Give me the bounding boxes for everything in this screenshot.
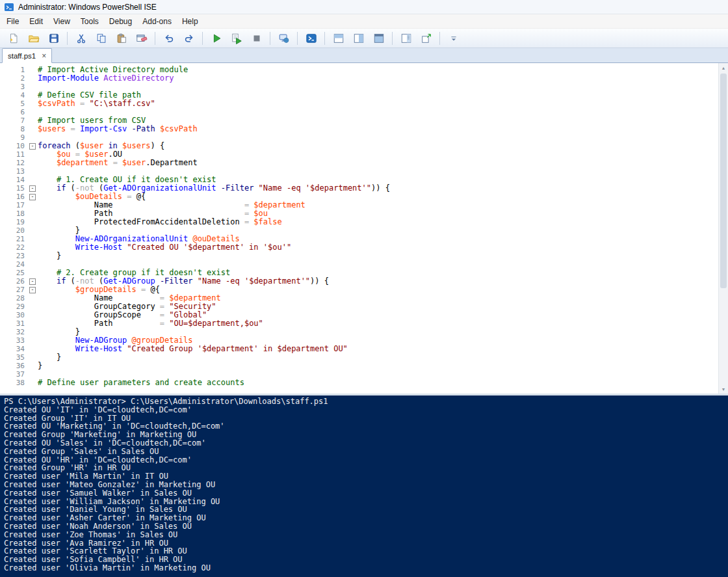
paste-icon xyxy=(116,33,127,44)
paste-button[interactable] xyxy=(112,30,131,47)
line-number: 6 xyxy=(0,108,29,116)
fold-gutter xyxy=(29,209,38,218)
run-selection-button[interactable] xyxy=(227,30,246,47)
code-line[interactable]: 38# Define user parameters and create ac… xyxy=(0,379,728,387)
show-script-pane-right-button[interactable] xyxy=(349,30,368,47)
line-number: 25 xyxy=(0,269,29,277)
toolbar xyxy=(0,29,728,48)
show-command-window-icon xyxy=(421,33,432,44)
code-line[interactable]: 36} xyxy=(0,362,728,370)
code-text: $department = $user.Department xyxy=(38,159,198,167)
new-script-button[interactable] xyxy=(4,30,23,47)
line-number: 18 xyxy=(0,209,29,218)
line-number: 21 xyxy=(0,235,29,243)
show-script-pane-maximized-button[interactable] xyxy=(369,30,388,47)
fold-collapse-icon[interactable]: - xyxy=(29,277,38,286)
code-line[interactable]: 19 ProtectedFromAccidentalDeletion = $fa… xyxy=(0,218,728,226)
menu-tools[interactable]: Tools xyxy=(75,15,104,28)
show-command-window-button[interactable] xyxy=(417,30,436,47)
line-number: 22 xyxy=(0,243,29,252)
fold-gutter xyxy=(29,362,38,370)
fold-gutter xyxy=(29,353,38,362)
menu-add-ons[interactable]: Add-ons xyxy=(137,15,177,28)
console-prompt-line: PS C:\Users\Administrator> C:\Users\Admi… xyxy=(4,397,728,406)
copy-button[interactable] xyxy=(92,30,110,47)
line-number: 36 xyxy=(0,362,29,370)
open-script-button[interactable] xyxy=(24,30,43,47)
fold-gutter xyxy=(29,336,38,345)
line-number: 37 xyxy=(0,370,29,379)
new-remote-powershell-tab-icon xyxy=(278,33,290,44)
line-number: 4 xyxy=(0,91,29,100)
fold-gutter xyxy=(29,167,38,176)
menu-bar: FileEditViewToolsDebugAdd-onsHelp xyxy=(0,14,728,29)
fold-collapse-icon[interactable]: - xyxy=(29,142,38,150)
console-output-line: Created user 'Zoe Thomas' in Sales OU xyxy=(4,531,728,539)
toolbar-separator xyxy=(155,32,155,45)
show-script-pane-top-icon xyxy=(333,33,344,44)
code-text: } xyxy=(38,252,61,260)
menu-file[interactable]: File xyxy=(1,15,24,28)
tab-staff-ps1[interactable]: staff.ps1 × xyxy=(2,48,52,63)
code-line[interactable]: 5$csvPath = "C:\staff.csv" xyxy=(0,100,728,108)
clear-console-pane-button[interactable] xyxy=(132,30,151,47)
show-script-pane-maximized-icon xyxy=(373,33,385,44)
redo-button[interactable] xyxy=(179,30,198,47)
scrollbar-down-arrow-icon[interactable]: ▼ xyxy=(719,384,728,394)
script-editor-pane[interactable]: 1# Import Active Directory module2Import… xyxy=(0,63,728,394)
show-script-pane-top-button[interactable] xyxy=(329,30,348,47)
cut-button[interactable] xyxy=(72,30,90,47)
code-line[interactable]: 35 } xyxy=(0,353,728,362)
undo-button[interactable] xyxy=(159,30,178,47)
fold-gutter xyxy=(29,319,38,328)
code-line[interactable]: 12 $department = $user.Department xyxy=(0,159,728,167)
menu-debug[interactable]: Debug xyxy=(104,15,137,28)
fold-collapse-icon[interactable]: - xyxy=(29,193,38,201)
new-script-icon xyxy=(8,33,20,44)
code-line[interactable]: 31 Path = "OU=$department,$ou" xyxy=(0,319,728,328)
run-script-button[interactable] xyxy=(207,30,226,47)
line-number: 1 xyxy=(0,66,29,74)
line-number: 24 xyxy=(0,260,29,269)
line-number: 17 xyxy=(0,201,29,209)
stop-operation-button[interactable] xyxy=(247,30,266,47)
show-command-addon-button[interactable] xyxy=(396,30,415,47)
console-pane[interactable]: PS C:\Users\Administrator> C:\Users\Admi… xyxy=(0,396,728,577)
fold-gutter xyxy=(29,235,38,243)
line-number: 29 xyxy=(0,302,29,311)
save-script-button[interactable] xyxy=(44,30,63,47)
code-line[interactable]: 22 Write-Host "Created OU '$department' … xyxy=(0,243,728,252)
fold-gutter xyxy=(29,74,38,83)
code-line[interactable]: 34 Write-Host "Created Group '$departmen… xyxy=(0,345,728,353)
menu-edit[interactable]: Edit xyxy=(24,15,48,28)
code-line[interactable]: 8$users = Import-Csv -Path $csvPath xyxy=(0,125,728,133)
open-script-icon xyxy=(28,33,40,44)
fold-gutter xyxy=(29,252,38,260)
toolbar-overflow-button[interactable] xyxy=(444,30,463,47)
line-number: 27 xyxy=(0,286,29,294)
title-bar: Administrator: Windows PowerShell ISE xyxy=(0,0,728,14)
start-powershell-button[interactable] xyxy=(302,30,320,47)
tab-close-icon[interactable]: × xyxy=(42,52,46,60)
code-text: Write-Host "Created Group '$department' … xyxy=(38,345,348,353)
new-remote-powershell-tab-button[interactable] xyxy=(274,30,293,47)
toolbar-overflow-icon xyxy=(448,33,460,44)
fold-gutter xyxy=(29,100,38,108)
editor-vertical-scrollbar[interactable]: ▲ ▼ xyxy=(718,63,728,394)
editor-lines: 1# Import Active Directory module2Import… xyxy=(0,66,728,387)
menu-help[interactable]: Help xyxy=(177,15,203,28)
toolbar-separator xyxy=(297,32,298,45)
console-output-line: Created user 'Noah Anderson' in Sales OU xyxy=(4,522,728,531)
fold-collapse-icon[interactable]: - xyxy=(29,184,38,193)
fold-gutter xyxy=(29,201,38,209)
menu-view[interactable]: View xyxy=(48,15,75,28)
scrollbar-up-arrow-icon[interactable]: ▲ xyxy=(719,63,728,72)
fold-gutter xyxy=(29,176,38,184)
line-number: 9 xyxy=(0,133,29,142)
fold-collapse-icon[interactable]: - xyxy=(29,286,38,294)
line-number: 16 xyxy=(0,193,29,201)
code-line[interactable]: 2Import-Module ActiveDirectory xyxy=(0,74,728,83)
code-line[interactable]: 23 } xyxy=(0,252,728,260)
scrollbar-thumb[interactable] xyxy=(720,74,727,288)
console-output-line: Created OU 'Sales' in 'DC=cloudtech,DC=c… xyxy=(4,439,728,448)
